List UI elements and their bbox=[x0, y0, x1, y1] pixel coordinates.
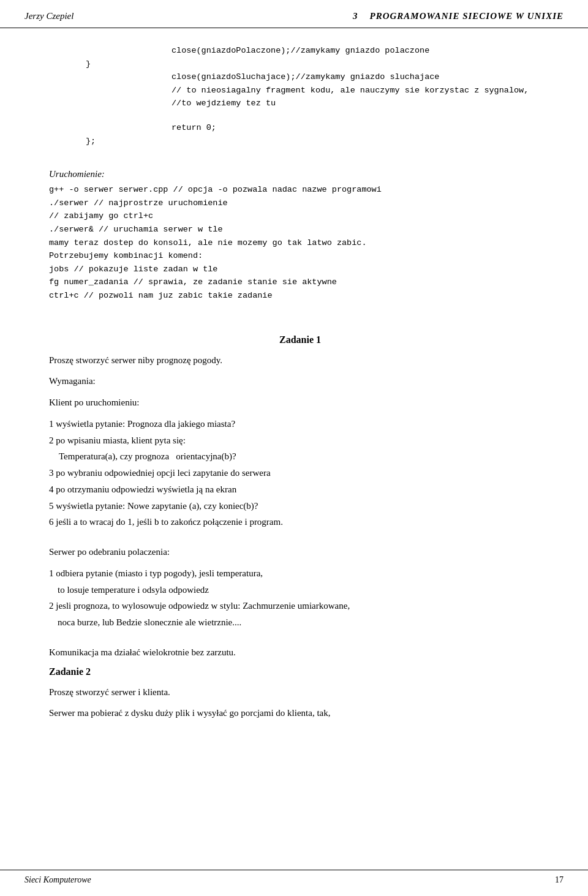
serwer-items: 1 odbiera pytanie (miasto i typ pogody),… bbox=[49, 566, 551, 630]
code-line-6: return 0; bbox=[49, 121, 551, 135]
zadanie2-description: Serwer ma pobierać z dysku duży plik i w… bbox=[49, 706, 551, 721]
code-line-7: }; bbox=[49, 135, 551, 148]
serwer-label: Serwer po odebraniu polaczenia: bbox=[49, 544, 551, 560]
uru-line-1: g++ -o serwer serwer.cpp // opcja -o poz… bbox=[49, 183, 551, 197]
komunikacja-text: Komunikacja ma działać wielokrotnie bez … bbox=[49, 645, 551, 660]
klient-item-1-text: 1 wyświetla pytanie: Prognoza dla jakieg… bbox=[49, 416, 235, 432]
page-footer: Sieci Komputerowe 17 bbox=[0, 870, 588, 885]
header-author: Jerzy Czepiel bbox=[24, 11, 74, 21]
klient-item-6-text: 6 jeśli a to wracaj do 1, jeśli b to zak… bbox=[49, 514, 283, 530]
serwer-item-2-text: 2 jesli prognoza, to wylosowuje odpowied… bbox=[49, 598, 350, 614]
uru-line-8: fg numer_zadania // sprawia, ze zadanie … bbox=[49, 276, 551, 289]
page-container: Jerzy Czepiel 3 PROGRAMOWANIE SIECIOWE W… bbox=[0, 0, 588, 896]
zadanie2-section: Zadanie 2 Proszę stworzyć serwer i klien… bbox=[49, 666, 551, 721]
code-line-5: //to wejdziemy tez tu bbox=[49, 97, 551, 110]
serwer-item-1: 1 odbiera pytanie (miasto i typ pogody),… bbox=[49, 566, 551, 581]
klient-item-5: 5 wyświetla pytanie: Nowe zapytanie (a),… bbox=[49, 499, 551, 514]
chapter-title: PROGRAMOWANIE SIECIOWE W UNIXIE bbox=[369, 11, 564, 21]
zadanie1-title: Zadanie 1 bbox=[49, 334, 551, 345]
klient-item-5-text: 5 wyświetla pytanie: Nowe zapytanie (a),… bbox=[49, 499, 258, 514]
klient-item-2-text: 2 po wpisaniu miasta, klient pyta się: bbox=[49, 433, 186, 448]
zadanie2-title: Zadanie 2 bbox=[49, 666, 551, 677]
code-line-3: close(gniazdoSluchajace);//zamykamy gnia… bbox=[49, 70, 551, 84]
uruchomienie-label: Uruchomienie: bbox=[49, 169, 105, 179]
wymagania-label: Wymagania: bbox=[49, 374, 551, 389]
footer-left: Sieci Komputerowe bbox=[24, 875, 91, 885]
klient-label: Klient po uruchomieniu: bbox=[49, 395, 551, 410]
klient-item-2: 2 po wpisaniu miasta, klient pyta się: bbox=[49, 433, 551, 448]
serwer-item-2: 2 jesli prognoza, to wylosowuje odpowied… bbox=[49, 598, 551, 614]
uru-line-7: jobs // pokazuje liste zadan w tle bbox=[49, 263, 551, 276]
code-line-1: close(gniazdoPolaczone);//zamykamy gniaz… bbox=[49, 44, 551, 58]
serwer-item-1-text: 1 odbiera pytanie (miasto i typ pogody),… bbox=[49, 566, 263, 581]
uru-line-9: ctrl+c // pozwoli nam juz zabic takie za… bbox=[49, 289, 551, 303]
uru-line-6: Potrzebujemy kombinacji komend: bbox=[49, 249, 551, 263]
uruchomienie-code: g++ -o serwer serwer.cpp // opcja -o poz… bbox=[49, 183, 551, 302]
klient-item-2b: Temperatura(a), czy prognoza orientacyjn… bbox=[49, 449, 551, 464]
serwer-item-1b-text: to losuje temperature i odsyla odpowiedz bbox=[58, 582, 209, 598]
uru-line-2: ./serwer // najprostrze uruchomienie bbox=[49, 197, 551, 210]
klient-item-1: 1 wyświetla pytanie: Prognoza dla jakieg… bbox=[49, 416, 551, 432]
code-line-2: } bbox=[49, 58, 551, 71]
klient-item-4: 4 po otrzymaniu odpowiedzi wyświetla ją … bbox=[49, 482, 551, 497]
serwer-item-2b-text: noca burze, lub Bedzie slonecznie ale wi… bbox=[58, 615, 241, 630]
page-header: Jerzy Czepiel 3 PROGRAMOWANIE SIECIOWE W… bbox=[0, 0, 588, 28]
klient-item-3: 3 po wybraniu odpowiedniej opcji leci za… bbox=[49, 465, 551, 481]
code-line-4: // to nieosiagalny fragment kodu, ale na… bbox=[49, 84, 551, 97]
klient-item-2b-text: Temperatura(a), czy prognoza orientacyjn… bbox=[59, 449, 236, 464]
uruchomienie-section: Uruchomienie: g++ -o serwer serwer.cpp /… bbox=[49, 168, 551, 302]
chapter-number: 3 bbox=[353, 11, 358, 21]
code-block-top: close(gniazdoPolaczone);//zamykamy gniaz… bbox=[49, 44, 551, 148]
klient-items: 1 wyświetla pytanie: Prognoza dla jakieg… bbox=[49, 416, 551, 530]
klient-item-6: 6 jeśli a to wracaj do 1, jeśli b to zak… bbox=[49, 514, 551, 530]
serwer-item-2b: noca burze, lub Bedzie slonecznie ale wi… bbox=[49, 615, 551, 630]
klient-item-4-text: 4 po otrzymaniu odpowiedzi wyświetla ją … bbox=[49, 482, 236, 497]
zadanie2-intro: Proszę stworzyć serwer i klienta. bbox=[49, 685, 551, 700]
uru-line-3: // zabijamy go ctrl+c bbox=[49, 209, 551, 223]
serwer-item-1b: to losuje temperature i odsyla odpowiedz bbox=[49, 582, 551, 598]
zadanie1-section: Zadanie 1 Proszę stworzyć serwer niby pr… bbox=[49, 334, 551, 660]
zadanie1-intro: Proszę stworzyć serwer niby prognozę pog… bbox=[49, 353, 551, 368]
klient-item-3-text: 3 po wybraniu odpowiedniej opcji leci za… bbox=[49, 465, 271, 481]
uru-line-5: mamy teraz dostep do konsoli, ale nie mo… bbox=[49, 236, 551, 250]
uru-line-4: ./serwer& // uruchamia serwer w tle bbox=[49, 223, 551, 236]
header-title: 3 PROGRAMOWANIE SIECIOWE W UNIXIE bbox=[353, 11, 564, 21]
main-content: close(gniazdoPolaczone);//zamykamy gniaz… bbox=[0, 28, 588, 751]
footer-page-number: 17 bbox=[555, 875, 564, 885]
